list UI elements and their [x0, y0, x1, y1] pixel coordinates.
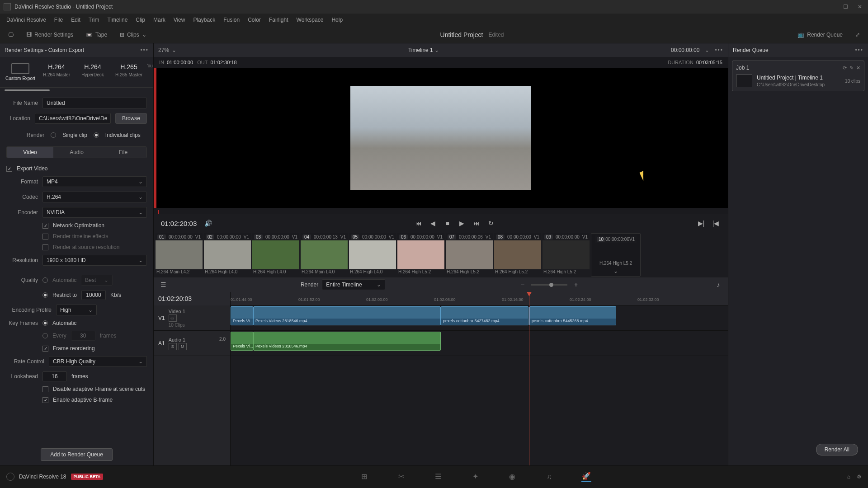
close-button[interactable]: ✕: [855, 2, 864, 11]
menu-trim[interactable]: Trim: [85, 15, 103, 25]
next-clip-button[interactable]: ▶|: [696, 218, 706, 228]
render-effects-checkbox[interactable]: [42, 234, 48, 239]
filename-input[interactable]: [42, 98, 147, 108]
render-job[interactable]: Job 1⟳✎✕ Untitled Project | Timeline 1C:…: [732, 61, 864, 91]
mute-button[interactable]: M: [179, 343, 187, 350]
solo-button[interactable]: S: [169, 343, 177, 350]
menu-edit[interactable]: Edit: [67, 15, 84, 25]
menu-workspace[interactable]: Workspace: [293, 15, 327, 25]
timeline-name[interactable]: Timeline 1: [408, 47, 433, 53]
clips-button[interactable]: ⊞ Clips ⌄: [116, 30, 150, 40]
prev-clip-button[interactable]: |◀: [711, 218, 721, 228]
resolution-select[interactable]: 868 x 488 HD: [42, 255, 147, 266]
transport-timecode[interactable]: 01:02:20:03: [161, 220, 197, 227]
menu-playback[interactable]: Playback: [189, 15, 219, 25]
menu-file[interactable]: File: [51, 15, 66, 25]
playhead[interactable]: [529, 292, 529, 465]
panel-menu-icon[interactable]: •••: [140, 47, 149, 53]
kbps-input[interactable]: [81, 290, 106, 300]
job-close-icon[interactable]: ✕: [856, 65, 860, 71]
preset-h264-master[interactable]: H.264H.264 Master: [39, 61, 74, 84]
browse-button[interactable]: Browse: [115, 113, 147, 124]
timeline-view-icon[interactable]: ☰: [158, 280, 168, 290]
add-to-queue-button[interactable]: Add to Render Queue: [41, 448, 113, 461]
loop-button[interactable]: ↻: [486, 218, 496, 228]
viewer[interactable]: [154, 68, 728, 208]
video-clip[interactable]: pexels-cottonbro-5445268.mp4: [529, 306, 616, 325]
clip-thumb[interactable]: 0600:00:00:00V1H.264 High L5.2: [397, 233, 444, 277]
in-value[interactable]: 01:00:00:00: [167, 60, 193, 65]
track-lock-icon[interactable]: ▭: [169, 314, 177, 322]
render-settings-button[interactable]: 🎞 Render Settings: [23, 30, 77, 40]
menu-clip[interactable]: Clip: [132, 15, 149, 25]
stop-button[interactable]: ■: [443, 218, 453, 228]
audio-track-header[interactable]: A1 Audio 1 2.0SM: [154, 331, 230, 356]
menu-help[interactable]: Help: [328, 15, 346, 25]
preset-hyperdeck[interactable]: H.264HyperDeck: [75, 61, 110, 84]
export-video-checkbox[interactable]: [6, 166, 12, 172]
encoding-profile-select[interactable]: High: [56, 305, 97, 315]
cut-page-icon[interactable]: ✂: [396, 472, 406, 482]
menu-fairlight[interactable]: Fairlight: [265, 15, 292, 25]
clip-thumb[interactable]: 0100:00:00:00V1H.264 Main L4.2: [156, 233, 203, 277]
volume-icon[interactable]: 🔊: [203, 218, 213, 228]
preset-custom[interactable]: Custom Export: [3, 61, 38, 84]
keyframes-every-radio[interactable]: [42, 333, 48, 338]
audio-track-lane[interactable]: Pexels Vi...Pexels Videos 2818546.mp4: [231, 331, 728, 356]
frame-reorder-checkbox[interactable]: [42, 346, 48, 352]
home-icon[interactable]: ⌂: [847, 474, 850, 480]
clip-thumb[interactable]: 0900:00:00:00V1H.264 High L5.2: [542, 233, 590, 277]
audio-meters-icon[interactable]: ♪: [713, 280, 723, 290]
job-edit-icon[interactable]: ✎: [849, 65, 854, 71]
queue-menu-icon[interactable]: •••: [855, 47, 863, 53]
zoom-value[interactable]: 27%: [158, 47, 169, 53]
individual-clips-radio[interactable]: [94, 132, 99, 138]
zoom-slider[interactable]: [531, 284, 567, 286]
fusion-page-icon[interactable]: ✦: [470, 472, 480, 482]
play-button[interactable]: ▶: [457, 218, 467, 228]
keyframes-auto-radio[interactable]: [42, 320, 48, 326]
media-page-icon[interactable]: ⊞: [359, 472, 369, 482]
monitor-icon[interactable]: 🖵: [5, 30, 17, 40]
minimize-button[interactable]: ─: [826, 2, 835, 11]
quality-auto-radio[interactable]: [42, 277, 48, 283]
tape-button[interactable]: 📼 Tape: [82, 30, 111, 40]
menu-fusion[interactable]: Fusion: [220, 15, 243, 25]
tab-video[interactable]: Video: [7, 147, 53, 158]
clip-thumb[interactable]: 0700:00:00:06V1H.264 High L5.2: [446, 233, 493, 277]
menu-timeline[interactable]: Timeline: [104, 15, 131, 25]
net-opt-checkbox[interactable]: [42, 223, 48, 229]
zoom-out-button[interactable]: −: [518, 280, 528, 290]
render-queue-button[interactable]: 📺 Render Queue: [794, 30, 846, 40]
clip-thumb[interactable]: 1000:00:00:00V1H.264 High L5.2: [591, 233, 641, 277]
viewer-menu-icon[interactable]: •••: [715, 47, 723, 53]
video-track-header[interactable]: V1 Video 1▭ 10 Clips: [154, 305, 230, 331]
expand-icon[interactable]: ⤢: [852, 30, 863, 40]
prev-frame-button[interactable]: ◀: [428, 218, 438, 228]
enable-bframe-checkbox[interactable]: [42, 397, 48, 403]
video-clip[interactable]: Pexels Videos 2818546.mp4: [253, 306, 441, 325]
format-select[interactable]: MP4: [42, 176, 147, 187]
video-clip[interactable]: Pexels Vi...: [231, 306, 253, 325]
settings-icon[interactable]: ⚙: [857, 474, 862, 480]
menu-view[interactable]: View: [170, 15, 189, 25]
preset-scrollbar[interactable]: [5, 89, 149, 91]
video-track-lane[interactable]: Pexels Vi...Pexels Videos 2818546.mp4pex…: [231, 305, 728, 331]
location-input[interactable]: [35, 113, 111, 124]
clip-thumb[interactable]: 0300:00:00:00V1H.264 High L4.0: [252, 233, 299, 277]
clip-thumb[interactable]: 0500:00:00:00V1H.264 High L4.0: [349, 233, 396, 277]
preset-h265-master[interactable]: H.265H.265 Master: [111, 61, 146, 84]
timeline-timecode[interactable]: 01:02:20:03: [154, 292, 230, 305]
clip-thumb[interactable]: 0200:00:00:00V1H.264 High L4.0: [204, 233, 251, 277]
audio-clip[interactable]: Pexels Vi...: [231, 332, 253, 351]
single-clip-radio[interactable]: [51, 132, 56, 138]
tab-audio[interactable]: Audio: [53, 147, 100, 158]
viewer-scrubber[interactable]: [154, 208, 728, 214]
maximize-button[interactable]: ☐: [841, 2, 850, 11]
color-page-icon[interactable]: ◉: [507, 472, 517, 482]
first-frame-button[interactable]: ⏮: [414, 218, 424, 228]
codec-select[interactable]: H.264: [42, 192, 147, 202]
rate-control-select[interactable]: CBR High Quality: [49, 356, 147, 367]
preset-youtube[interactable]: YouT...: [147, 61, 154, 84]
header-dropdown-icon[interactable]: ⌄: [705, 47, 709, 53]
